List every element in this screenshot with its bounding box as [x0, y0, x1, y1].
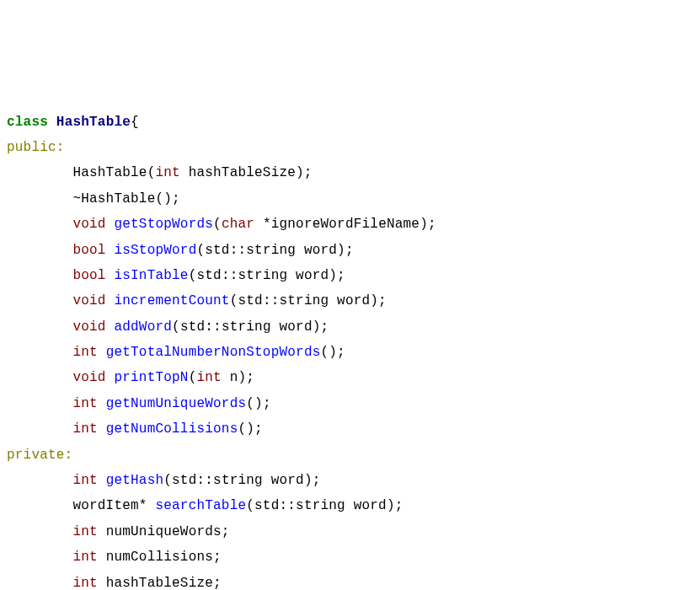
code-token: getTotalNumberNonStopWords — [106, 345, 321, 360]
code-token: char — [222, 217, 254, 232]
code-token: hashTableSize); — [180, 165, 313, 180]
code-token: ~HashTable(); — [7, 191, 180, 206]
code-token: getStopWords — [114, 217, 213, 232]
code-token: searchTable — [155, 498, 246, 513]
code-token: void — [72, 217, 105, 232]
code-token — [98, 473, 106, 488]
code-token: *ignoreWordFileName); — [254, 217, 436, 232]
code-token: class — [7, 115, 48, 130]
code-token: int — [72, 345, 97, 360]
code-token: { — [131, 115, 139, 130]
code-token: (std::string word); — [246, 498, 403, 513]
code-token — [7, 524, 72, 539]
code-token: (std::string word); — [172, 319, 329, 335]
code-token: void — [72, 319, 105, 335]
code-token — [106, 293, 115, 308]
code-token: printTopN — [114, 370, 188, 385]
code-token: (std::string word); — [230, 293, 387, 308]
code-token: n); — [222, 370, 254, 385]
code-token — [7, 370, 72, 385]
code-token — [98, 421, 106, 437]
code-token: int — [196, 370, 221, 385]
code-token — [7, 421, 72, 437]
code-token: wordItem* — [7, 498, 155, 513]
code-token: numUniqueWords; — [98, 524, 230, 539]
code-token — [7, 345, 72, 360]
code-token: (); — [246, 396, 270, 411]
code-token: int — [155, 165, 179, 180]
code-token — [7, 576, 72, 590]
code-token: getNumUniqueWords — [106, 396, 247, 411]
code-token: bool — [72, 243, 105, 258]
code-token: incrementCount — [114, 293, 229, 308]
code-token — [106, 319, 115, 335]
code-token — [7, 243, 72, 258]
code-token: int — [72, 576, 97, 590]
code-token — [7, 293, 72, 308]
code-token — [48, 115, 56, 130]
code-token: hashTableSize; — [98, 576, 222, 590]
code-token: HashTable( — [7, 165, 155, 180]
code-token — [7, 319, 72, 335]
code-token — [7, 217, 72, 232]
code-token — [106, 268, 115, 283]
code-token: int — [72, 396, 97, 411]
code-token — [106, 243, 115, 258]
code-token: int — [72, 421, 97, 437]
code-token: int — [72, 473, 97, 488]
code-token: void — [72, 293, 105, 308]
code-token: (std::string word); — [196, 243, 353, 258]
code-token — [7, 473, 72, 488]
code-token: (); — [320, 345, 345, 360]
code-token: ( — [213, 217, 222, 232]
code-token: numCollisions; — [98, 550, 222, 565]
code-token: int — [72, 524, 97, 539]
code-token: private: — [7, 448, 72, 463]
code-token: isStopWord — [114, 243, 196, 258]
code-token: (std::string word); — [189, 268, 345, 283]
code-token — [106, 370, 115, 385]
code-token — [98, 396, 106, 411]
code-token — [7, 396, 72, 411]
code-token — [98, 345, 106, 360]
code-token — [7, 268, 72, 283]
code-token: addWord — [114, 319, 172, 335]
code-token: (std::string word); — [163, 473, 320, 488]
code-token — [106, 217, 115, 232]
code-token: getNumCollisions — [106, 421, 238, 437]
code-token: HashTable — [56, 115, 131, 130]
code-token: ( — [189, 370, 197, 385]
code-token — [7, 550, 72, 565]
code-token: int — [72, 550, 97, 565]
code-token: void — [72, 370, 105, 385]
code-token: (); — [238, 421, 262, 437]
code-snippet: class HashTable{ public: HashTable(int h… — [7, 110, 693, 590]
code-token: public: — [7, 140, 65, 155]
code-token: getHash — [106, 473, 164, 488]
code-token: bool — [72, 268, 105, 283]
code-token: isInTable — [114, 268, 188, 283]
